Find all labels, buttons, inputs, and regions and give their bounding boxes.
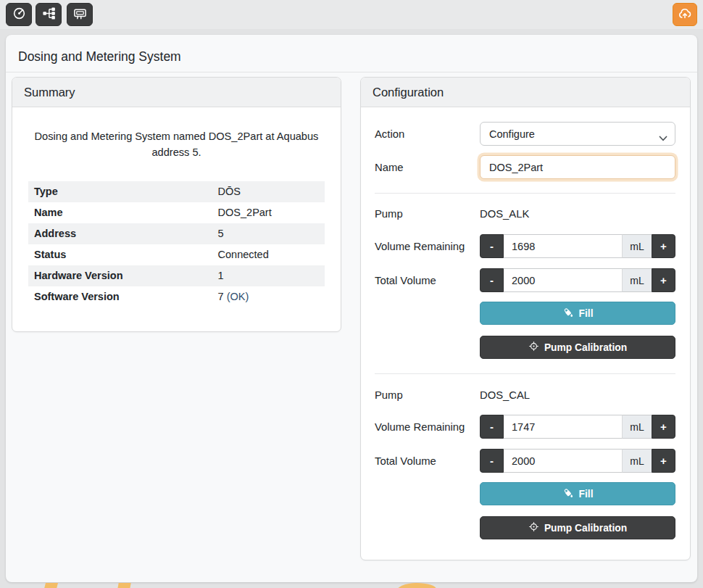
fill-button[interactable]: Fill — [480, 482, 675, 505]
unit-addon: mL — [622, 449, 652, 473]
total-volume-stepper: - mL + — [480, 449, 675, 473]
action-select-wrap: Configure — [480, 122, 675, 146]
row-label: Name — [28, 202, 212, 223]
decrement-button[interactable]: - — [480, 234, 504, 258]
row-value: 7 (OK) — [212, 286, 325, 307]
orange-deco-shape — [44, 583, 58, 588]
fill-drip-icon — [562, 487, 574, 501]
summary-body: Dosing and Metering System named DOS_2Pa… — [12, 107, 341, 319]
volume-remaining-stepper: - mL + — [480, 234, 675, 258]
fill-button-label: Fill — [579, 308, 594, 319]
software-version-number: 7 — [218, 291, 224, 302]
crosshairs-icon — [528, 521, 539, 534]
page-title: Dosing and Metering System — [18, 49, 181, 65]
volume-remaining-label: Volume Remaining — [375, 421, 465, 433]
total-volume-input[interactable] — [504, 268, 622, 292]
decrement-button[interactable]: - — [480, 268, 504, 292]
action-label: Action — [375, 128, 404, 140]
cloud-upload-button[interactable] — [673, 3, 697, 26]
row-value: 1 — [212, 265, 325, 286]
unit-addon: mL — [622, 268, 652, 292]
pump-label: Pump — [375, 389, 403, 401]
pump-calibration-button[interactable]: Pump Calibration — [480, 516, 675, 539]
total-volume-input[interactable] — [504, 449, 622, 473]
row-value: DOS_2Part — [212, 202, 325, 223]
sitemap-icon — [42, 7, 56, 22]
configuration-panel: Configuration Action Configure — [360, 77, 691, 560]
summary-panel: Summary Dosing and Metering System named… — [12, 77, 341, 332]
crosshairs-icon — [528, 341, 539, 354]
total-volume-label: Total Volume — [375, 455, 436, 467]
gauge-icon — [12, 7, 26, 22]
row-value: DŌS — [212, 181, 325, 202]
summary-table: Type DŌS Name DOS_2Part Address 5 Stat — [28, 181, 325, 307]
total-volume-row: Total Volume - mL + — [375, 449, 675, 473]
summary-panel-header: Summary — [12, 78, 341, 107]
volume-remaining-stepper: - mL + — [480, 415, 675, 439]
row-label: Status — [28, 244, 212, 265]
fill-drip-icon — [562, 307, 574, 320]
top-toolbar — [0, 0, 703, 29]
total-volume-row: Total Volume - mL + — [375, 268, 675, 292]
pump-name: DOS_ALK — [480, 208, 675, 220]
row-label: Address — [28, 223, 212, 244]
table-row: Status Connected — [28, 244, 325, 265]
cloud-upload-icon — [678, 7, 692, 22]
unit-addon: mL — [622, 234, 652, 258]
network-button[interactable] — [36, 3, 62, 26]
increment-button[interactable]: + — [652, 234, 675, 258]
table-row: Name DOS_2Part — [28, 202, 325, 223]
fill-button-label: Fill — [579, 489, 594, 500]
volume-remaining-input[interactable] — [504, 415, 622, 439]
pump-row: Pump DOS_ALK — [375, 207, 675, 221]
increment-button[interactable]: + — [652, 415, 675, 439]
unit-addon: mL — [622, 415, 652, 439]
decrement-button[interactable]: - — [480, 449, 504, 473]
name-row: Name — [375, 155, 675, 179]
row-value: 5 — [212, 223, 325, 244]
pump-row: Pump DOS_CAL — [375, 388, 675, 402]
volume-remaining-input[interactable] — [504, 234, 622, 258]
row-label: Hardware Version — [28, 265, 212, 286]
volume-remaining-row: Volume Remaining - mL + — [375, 415, 675, 439]
page-header: Dosing and Metering System — [6, 35, 697, 73]
increment-button[interactable]: + — [652, 268, 675, 292]
pump-label: Pump — [375, 208, 403, 220]
volume-remaining-row: Volume Remaining - mL + — [375, 234, 675, 258]
volume-remaining-label: Volume Remaining — [375, 241, 465, 252]
increment-button[interactable]: + — [652, 449, 675, 473]
row-value: Connected — [212, 244, 325, 265]
table-row: Software Version 7 (OK) — [28, 286, 325, 307]
name-label: Name — [375, 162, 403, 173]
divider — [375, 373, 675, 374]
divider — [375, 193, 675, 194]
summary-description: Dosing and Metering System named DOS_2Pa… — [28, 129, 325, 161]
configuration-body: Action Configure Name — [361, 122, 690, 539]
pump-name: DOS_CAL — [480, 389, 675, 401]
pump-calibration-button[interactable]: Pump Calibration — [480, 336, 675, 359]
configuration-panel-header: Configuration — [361, 78, 690, 107]
dashboard-button[interactable] — [6, 3, 32, 26]
orange-deco-shape — [117, 583, 130, 588]
decrement-button[interactable]: - — [480, 415, 504, 439]
status-badge: (OK) — [227, 291, 249, 302]
row-label: Software Version — [28, 286, 212, 307]
table-row: Hardware Version 1 — [28, 265, 325, 286]
fill-button[interactable]: Fill — [480, 302, 675, 325]
pump-calibration-label: Pump Calibration — [544, 342, 627, 353]
display-icon — [73, 7, 87, 22]
action-select[interactable]: Configure — [480, 122, 675, 146]
row-label: Type — [28, 181, 212, 202]
pump-calibration-label: Pump Calibration — [544, 523, 627, 534]
total-volume-label: Total Volume — [375, 275, 436, 286]
total-volume-stepper: - mL + — [480, 268, 675, 292]
action-row: Action Configure — [375, 122, 675, 146]
screen: Dosing and Metering System Summary Dosin… — [0, 0, 703, 588]
name-field-wrap — [480, 155, 675, 179]
main-card: Dosing and Metering System Summary Dosin… — [6, 35, 697, 582]
table-row: Type DŌS — [28, 181, 325, 202]
orange-deco-arc — [396, 583, 436, 588]
table-row: Address 5 — [28, 223, 325, 244]
display-button[interactable] — [67, 3, 93, 26]
name-input[interactable] — [480, 155, 675, 179]
